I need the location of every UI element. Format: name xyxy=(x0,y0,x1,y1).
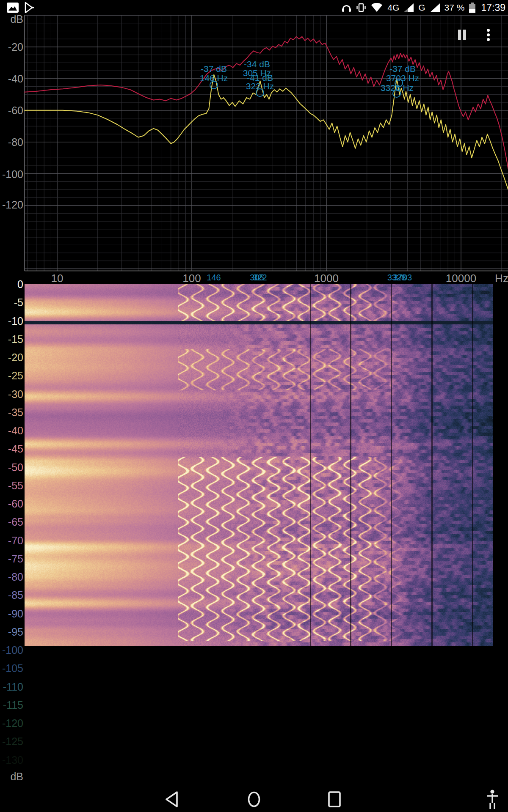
legend-db-label: -85 xyxy=(0,590,23,601)
legend-db-label: -5 xyxy=(0,297,23,308)
legend-db-label: -50 xyxy=(0,462,23,473)
marker-readout-label: -37 dB xyxy=(389,64,416,73)
spectrogram-unit-label: dB xyxy=(0,771,23,783)
legend-db-label: -45 xyxy=(0,444,23,454)
pause-bar-icon xyxy=(463,30,466,40)
legend-db-label: -20 xyxy=(0,352,23,363)
legend-db-label: -30 xyxy=(0,389,23,400)
overflow-menu-button[interactable] xyxy=(483,26,494,43)
pause-bar-icon xyxy=(458,30,461,40)
legend-db-label: -125 xyxy=(0,736,23,747)
live-spectrum-trace xyxy=(24,75,508,190)
marker-readout-label: 3328 Hz xyxy=(381,83,414,92)
chart-y-label: -80 xyxy=(0,137,23,148)
chart-marker-freq-label: 3703 xyxy=(393,273,412,282)
chart-x-label: Hz xyxy=(495,273,508,284)
marker-readout-label: -37 dB xyxy=(201,64,227,73)
pause-button[interactable] xyxy=(456,27,470,41)
chart-x-label: 1000 xyxy=(314,273,339,284)
legend-db-label: -70 xyxy=(0,535,23,546)
home-button[interactable] xyxy=(237,787,271,812)
chart-x-label: 10000 xyxy=(446,273,476,284)
legend-db-label: -130 xyxy=(0,755,23,765)
chart-y-label: -40 xyxy=(0,74,23,84)
legend-db-label: -95 xyxy=(0,627,23,637)
chart-marker-freq-label: 322 xyxy=(253,273,267,282)
chart-x-label: 100 xyxy=(182,273,201,284)
legend-db-label: -25 xyxy=(0,370,23,381)
chart-y-label: -20 xyxy=(0,42,23,52)
legend-db-label: -65 xyxy=(0,517,23,527)
legend-db-label: -105 xyxy=(0,663,23,674)
legend-db-label: -110 xyxy=(0,682,23,692)
home-icon xyxy=(237,787,271,812)
legend-db-label: -10 xyxy=(0,316,23,326)
marker-readout-label: 322 Hz xyxy=(246,82,274,91)
chart-x-label: 10 xyxy=(51,273,64,284)
overflow-dot-icon xyxy=(487,29,490,32)
back-button[interactable] xyxy=(157,787,190,812)
legend-db-label: -15 xyxy=(0,334,23,345)
navigation-bar xyxy=(0,787,508,812)
legend-db-label: 0 xyxy=(0,279,23,290)
legend-db-label: -120 xyxy=(0,718,23,729)
legend-db-label: -60 xyxy=(0,499,23,509)
recent-apps-icon xyxy=(318,787,351,812)
marker-readout-label: 3703 Hz xyxy=(386,74,419,82)
overflow-dot-icon xyxy=(487,33,490,36)
overflow-dot-icon xyxy=(487,38,490,41)
legend-db-label: -40 xyxy=(0,425,23,436)
spectrogram-canvas[interactable] xyxy=(25,284,493,646)
accessibility-icon xyxy=(475,787,508,812)
peak-hold-trace xyxy=(24,37,508,169)
chart-marker-freq-label: 146 xyxy=(207,273,221,282)
legend-db-label: -100 xyxy=(0,645,23,656)
spectrum-plot[interactable] xyxy=(0,0,508,288)
chart-y-label: -100 xyxy=(0,169,23,180)
recent-apps-button[interactable] xyxy=(318,787,351,812)
legend-db-label: -80 xyxy=(0,572,23,582)
legend-db-label: -115 xyxy=(0,700,23,710)
legend-db-label: -55 xyxy=(0,480,23,491)
chart-y-label: -60 xyxy=(0,105,23,116)
chart-y-unit-label: dB xyxy=(0,14,23,25)
legend-db-label: -90 xyxy=(0,609,23,619)
chart-y-label: -120 xyxy=(0,200,23,210)
legend-db-label: -75 xyxy=(0,554,23,564)
legend-db-label: -35 xyxy=(0,407,23,418)
back-icon xyxy=(157,787,190,812)
marker-readout-label: -34 dB xyxy=(244,60,270,69)
marker-readout-label: 146 Hz xyxy=(200,74,228,82)
accessibility-button[interactable] xyxy=(475,787,508,812)
marker-readout-label: -41 dB xyxy=(247,73,273,82)
